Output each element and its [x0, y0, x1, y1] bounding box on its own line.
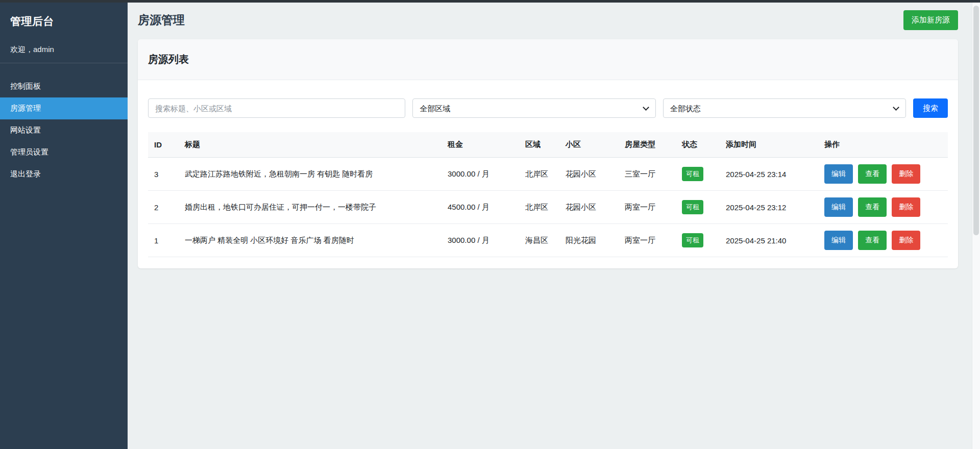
- table-body: 3 武定路江苏路地铁附近，急租朝南一房 有钥匙 随时看房 3000.00 / 月…: [148, 158, 948, 257]
- search-button[interactable]: 搜索: [913, 98, 948, 118]
- sidebar-item-dashboard[interactable]: 控制面板: [0, 76, 128, 97]
- cell-title: 婚房出租，地铁口可办居住证，可押一付一，一楼带院子: [179, 191, 442, 224]
- sidebar: 管理后台 欢迎，admin 控制面板 房源管理 网站设置 管理员设置 退出登录: [0, 0, 128, 449]
- property-list-card: 房源列表 全部区域 全部状态 搜索: [138, 39, 958, 268]
- cell-community: 花园小区: [559, 191, 619, 224]
- cell-district: 北岸区: [519, 191, 559, 224]
- cell-time: 2025-04-25 23:12: [720, 191, 818, 224]
- cell-district: 海昌区: [519, 224, 559, 257]
- cell-actions: 编辑 查看 删除: [818, 191, 948, 224]
- cell-time: 2025-04-25 23:14: [720, 158, 818, 191]
- search-input[interactable]: [148, 98, 405, 118]
- cell-rent: 4500.00 / 月: [442, 191, 519, 224]
- col-header-rent: 租金: [442, 132, 519, 158]
- cell-time: 2025-04-25 21:40: [720, 224, 818, 257]
- filter-bar: 全部区域 全部状态 搜索: [148, 98, 948, 118]
- page-header: 房源管理 添加新房源: [138, 10, 958, 30]
- cell-id: 1: [148, 224, 179, 257]
- col-header-community: 小区: [559, 132, 619, 158]
- cell-id: 3: [148, 158, 179, 191]
- col-header-title: 标题: [179, 132, 442, 158]
- col-header-district: 区域: [519, 132, 559, 158]
- top-border-bar: [0, 0, 980, 3]
- view-button[interactable]: 查看: [858, 164, 887, 184]
- cell-title: 一梯两户 精装全明 小区环境好 音乐广场 看房随时: [179, 224, 442, 257]
- cell-district: 北岸区: [519, 158, 559, 191]
- status-select-wrap: 全部状态: [663, 98, 906, 118]
- edit-button[interactable]: 编辑: [824, 164, 853, 184]
- col-header-id: ID: [148, 132, 179, 158]
- cell-title: 武定路江苏路地铁附近，急租朝南一房 有钥匙 随时看房: [179, 158, 442, 191]
- status-select[interactable]: 全部状态: [663, 98, 906, 118]
- card-title: 房源列表: [138, 39, 958, 80]
- sidebar-item-site-settings[interactable]: 网站设置: [0, 119, 128, 141]
- welcome-text: 欢迎，admin: [0, 32, 128, 63]
- sidebar-nav: 控制面板 房源管理 网站设置 管理员设置 退出登录: [0, 76, 128, 185]
- cell-type: 三室一厅: [619, 158, 676, 191]
- cell-status: 可租: [676, 158, 720, 191]
- cell-type: 两室一厅: [619, 224, 676, 257]
- cell-actions: 编辑 查看 删除: [818, 224, 948, 257]
- cell-id: 2: [148, 191, 179, 224]
- sidebar-item-logout[interactable]: 退出登录: [0, 163, 128, 185]
- scrollbar-thumb[interactable]: [973, 6, 979, 235]
- view-button[interactable]: 查看: [858, 197, 887, 217]
- status-badge: 可租: [682, 200, 703, 214]
- status-badge: 可租: [682, 167, 703, 181]
- view-button[interactable]: 查看: [858, 231, 887, 250]
- sidebar-item-admin-settings[interactable]: 管理员设置: [0, 141, 128, 163]
- app-root: 管理后台 欢迎，admin 控制面板 房源管理 网站设置 管理员设置 退出登录 …: [0, 0, 980, 449]
- app-brand: 管理后台: [0, 0, 128, 32]
- cell-rent: 3000.00 / 月: [442, 224, 519, 257]
- table-row: 2 婚房出租，地铁口可办居住证，可押一付一，一楼带院子 4500.00 / 月 …: [148, 191, 948, 224]
- add-property-button[interactable]: 添加新房源: [903, 10, 958, 30]
- cell-actions: 编辑 查看 删除: [818, 158, 948, 191]
- cell-type: 两室一厅: [619, 191, 676, 224]
- table-row: 1 一梯两户 精装全明 小区环境好 音乐广场 看房随时 3000.00 / 月 …: [148, 224, 948, 257]
- card-body: 全部区域 全部状态 搜索: [138, 80, 958, 268]
- sidebar-item-properties[interactable]: 房源管理: [0, 97, 128, 119]
- table-header: ID 标题 租金 区域 小区 房屋类型 状态 添加时间 操作: [148, 132, 948, 158]
- page-scrollbar[interactable]: [972, 3, 980, 449]
- edit-button[interactable]: 编辑: [824, 231, 853, 250]
- col-header-time: 添加时间: [720, 132, 818, 158]
- col-header-type: 房屋类型: [619, 132, 676, 158]
- edit-button[interactable]: 编辑: [824, 197, 853, 217]
- cell-community: 阳光花园: [559, 224, 619, 257]
- page-title: 房源管理: [138, 12, 185, 28]
- cell-community: 花园小区: [559, 158, 619, 191]
- cell-status: 可租: [676, 224, 720, 257]
- cell-status: 可租: [676, 191, 720, 224]
- delete-button[interactable]: 删除: [892, 231, 920, 250]
- col-header-actions: 操作: [818, 132, 948, 158]
- status-badge: 可租: [682, 233, 703, 247]
- district-select-wrap: 全部区域: [412, 98, 655, 118]
- table-row: 3 武定路江苏路地铁附近，急租朝南一房 有钥匙 随时看房 3000.00 / 月…: [148, 158, 948, 191]
- property-table: ID 标题 租金 区域 小区 房屋类型 状态 添加时间 操作 3: [148, 132, 948, 257]
- cell-rent: 3000.00 / 月: [442, 158, 519, 191]
- delete-button[interactable]: 删除: [892, 164, 920, 184]
- district-select[interactable]: 全部区域: [412, 98, 655, 118]
- delete-button[interactable]: 删除: [892, 197, 920, 217]
- col-header-status: 状态: [676, 132, 720, 158]
- main-content: 房源管理 添加新房源 房源列表 全部区域 全部状态: [128, 0, 980, 449]
